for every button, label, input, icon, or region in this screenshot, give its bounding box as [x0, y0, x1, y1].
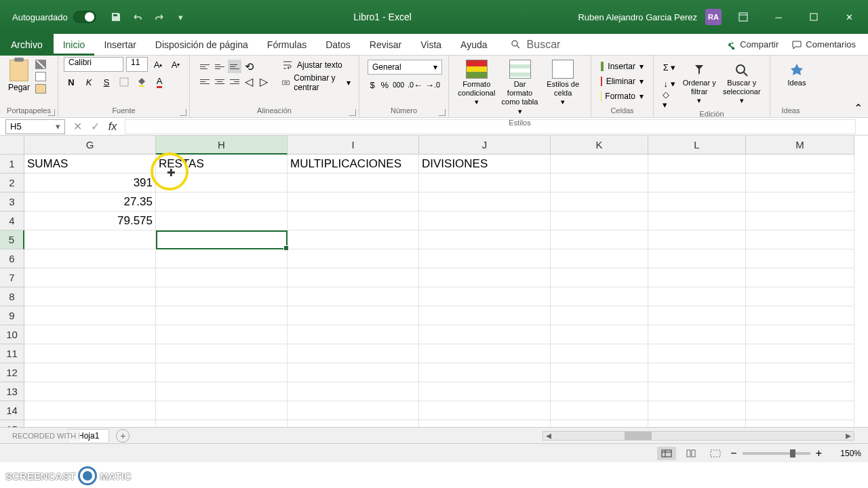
- fill-color-icon[interactable]: [134, 75, 149, 89]
- cell[interactable]: [419, 211, 551, 230]
- cell[interactable]: [419, 382, 551, 401]
- zoom-thumb[interactable]: [790, 449, 795, 458]
- paste-button[interactable]: Pegar: [5, 57, 33, 96]
- column-header[interactable]: G: [24, 136, 156, 155]
- row-header[interactable]: 11: [0, 344, 24, 363]
- cell[interactable]: [24, 420, 156, 427]
- merge-center-button[interactable]: Combinar y centrar ▾: [279, 75, 353, 91]
- cell[interactable]: [746, 287, 854, 306]
- row-header[interactable]: 9: [0, 306, 24, 325]
- row-header[interactable]: 6: [0, 249, 24, 268]
- cell[interactable]: [551, 306, 648, 325]
- dialog-launcher-icon[interactable]: [48, 109, 55, 116]
- cell[interactable]: [156, 211, 288, 230]
- column-header[interactable]: H: [156, 136, 288, 155]
- cell[interactable]: [746, 401, 854, 420]
- cell[interactable]: [648, 344, 746, 363]
- italic-button[interactable]: K: [81, 75, 96, 89]
- cell[interactable]: [288, 192, 419, 211]
- cell[interactable]: MULTIPLICACIONES: [288, 155, 419, 174]
- close-button[interactable]: ✕: [835, 3, 863, 30]
- cell[interactable]: [551, 249, 648, 268]
- cut-icon[interactable]: [35, 60, 46, 69]
- autosum-icon[interactable]: Σ ▾: [662, 60, 677, 75]
- cell[interactable]: [419, 268, 551, 287]
- row-header[interactable]: 3: [0, 192, 24, 211]
- tab-view[interactable]: Vista: [411, 34, 451, 56]
- cell[interactable]: [419, 363, 551, 382]
- clear-icon[interactable]: ◇ ▾: [662, 92, 677, 107]
- spreadsheet-grid[interactable]: GHIJKLM 123456789101112131415 SUMASRESTA…: [0, 136, 868, 427]
- cell[interactable]: [24, 325, 156, 344]
- insert-cells-button[interactable]: Insertar ▾: [598, 60, 646, 73]
- cell[interactable]: [648, 382, 746, 401]
- cell[interactable]: [419, 287, 551, 306]
- row-header[interactable]: 15: [0, 420, 24, 427]
- cell[interactable]: [648, 249, 746, 268]
- zoom-in-button[interactable]: +: [816, 447, 822, 460]
- cell[interactable]: 391: [24, 174, 156, 192]
- decrease-decimal-icon[interactable]: →.0: [425, 77, 440, 92]
- cell[interactable]: [419, 344, 551, 363]
- cell[interactable]: [551, 268, 648, 287]
- zoom-level[interactable]: 150%: [827, 449, 861, 458]
- cell[interactable]: [648, 192, 746, 211]
- orientation-icon[interactable]: ⟲: [243, 60, 262, 73]
- share-button[interactable]: Compartir: [721, 37, 784, 52]
- cell-styles-button[interactable]: Estilos de celda ▾: [543, 60, 583, 116]
- row-header[interactable]: 4: [0, 211, 24, 230]
- cell[interactable]: [746, 230, 854, 249]
- cell[interactable]: [419, 230, 551, 249]
- cell[interactable]: [551, 363, 648, 382]
- cell[interactable]: [156, 192, 288, 211]
- align-center-icon[interactable]: [213, 75, 226, 88]
- cell[interactable]: [288, 363, 419, 382]
- cell[interactable]: [648, 363, 746, 382]
- border-icon[interactable]: [117, 75, 132, 89]
- cell[interactable]: [288, 211, 419, 230]
- cell[interactable]: [551, 155, 648, 174]
- comments-button[interactable]: Comentarios: [787, 37, 861, 52]
- wrap-text-button[interactable]: Ajustar texto: [279, 57, 353, 73]
- row-header[interactable]: 10: [0, 325, 24, 344]
- cell[interactable]: [156, 230, 288, 249]
- cell[interactable]: [24, 344, 156, 363]
- cell[interactable]: [156, 363, 288, 382]
- cell[interactable]: DIVISIONES: [419, 155, 551, 174]
- cell[interactable]: [419, 420, 551, 427]
- cell[interactable]: [746, 306, 854, 325]
- page-break-view-icon[interactable]: [706, 447, 725, 460]
- cell[interactable]: [24, 268, 156, 287]
- cell[interactable]: [419, 192, 551, 211]
- tab-file[interactable]: Archivo: [0, 34, 54, 56]
- column-header[interactable]: J: [419, 136, 551, 155]
- cell[interactable]: [648, 401, 746, 420]
- cell[interactable]: [24, 249, 156, 268]
- align-bottom-icon[interactable]: [228, 60, 241, 73]
- page-layout-view-icon[interactable]: [682, 447, 701, 460]
- tab-home[interactable]: Inicio: [54, 34, 95, 56]
- align-middle-icon[interactable]: [213, 60, 226, 73]
- cell[interactable]: [288, 420, 419, 427]
- autosave-toggle[interactable]: Autoguardado: [12, 11, 96, 23]
- redo-icon[interactable]: [153, 11, 165, 23]
- cell[interactable]: [648, 230, 746, 249]
- cell[interactable]: [24, 230, 156, 249]
- font-color-icon[interactable]: A: [152, 75, 167, 89]
- increase-font-icon[interactable]: A▴: [151, 57, 165, 72]
- cell[interactable]: [419, 174, 551, 192]
- delete-cells-button[interactable]: Eliminar ▾: [598, 75, 646, 88]
- save-icon[interactable]: [110, 11, 122, 23]
- cell[interactable]: RESTAS: [156, 155, 288, 174]
- font-name-select[interactable]: Calibri: [64, 57, 123, 72]
- cell[interactable]: [156, 420, 288, 427]
- select-all-corner[interactable]: [0, 136, 24, 155]
- cell[interactable]: [551, 344, 648, 363]
- tab-formulas[interactable]: Fórmulas: [258, 34, 316, 56]
- tab-review[interactable]: Revisar: [360, 34, 411, 56]
- collapse-ribbon-icon[interactable]: ⌃: [848, 99, 868, 117]
- add-sheet-button[interactable]: +: [116, 429, 130, 443]
- number-format-select[interactable]: General▾: [368, 60, 442, 75]
- cell[interactable]: [746, 155, 854, 174]
- scrollbar-thumb[interactable]: [625, 432, 652, 440]
